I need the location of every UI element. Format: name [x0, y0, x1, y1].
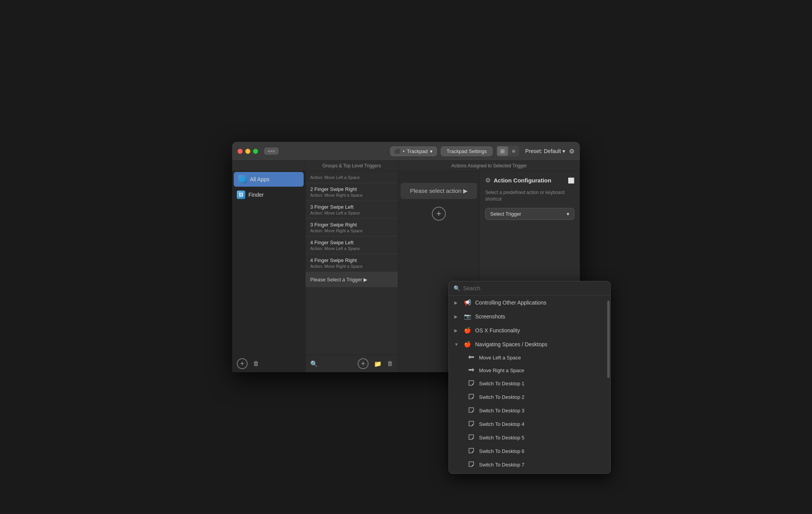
add-app-button[interactable]: + [237, 358, 248, 369]
sub-item-move-left[interactable]: Move Left a Space [449, 351, 610, 364]
column-headers: Groups & Top Level Triggers Actions Assi… [232, 161, 580, 171]
sub-item-desktop-7[interactable]: Switch To Desktop 7 [449, 458, 610, 471]
trigger-item-3-finger-right[interactable]: 3 Finger Swipe Right Action: Move Right … [306, 219, 398, 237]
all-apps-icon: 🌐 [238, 175, 247, 184]
desktop-1-label: Switch To Desktop 1 [479, 381, 525, 386]
trigger-action: Action: Move Right a Space [310, 264, 393, 269]
trigger-item-2-finger-right[interactable]: 2 Finger Swipe Right Action: Move Right … [306, 183, 398, 201]
sub-item-desktop-2[interactable]: Switch To Desktop 2 [449, 390, 610, 404]
please-select-action-label: Please select action ▶ [410, 187, 468, 194]
dropdown-search-bar: 🔍 [449, 281, 610, 296]
delete-trigger-button[interactable]: 🗑 [387, 360, 393, 367]
trigger-item-4-finger-right[interactable]: 4 Finger Swipe Right Action: Move Right … [306, 254, 398, 272]
svg-marker-0 [468, 355, 474, 359]
category-spaces-icon: 🍎 [464, 341, 471, 348]
action-config-title-row: ⚙ Action Configuration [485, 177, 551, 184]
trigger-item-3-finger-left[interactable]: 3 Finger Swipe Left Action: Move Left a … [306, 201, 398, 219]
category-controlling-label: Controlling Other Applications [475, 300, 546, 306]
sub-item-desktop-5[interactable]: Switch To Desktop 5 [449, 431, 610, 444]
search-trigger-button[interactable]: 🔍 [310, 360, 318, 368]
delete-app-button[interactable]: 🗑 [253, 360, 259, 367]
desktop-5-icon [467, 434, 475, 441]
grid-view-button[interactable]: ⊞ [497, 146, 508, 156]
minimize-button[interactable] [245, 149, 250, 154]
desktop-4-label: Switch To Desktop 4 [479, 421, 525, 427]
category-item-screenshots[interactable]: ▶ 📷 Screenshots [449, 310, 610, 323]
desktop-5-label: Switch To Desktop 5 [479, 435, 525, 441]
trigger-action: Action: Move Left a Space [310, 211, 393, 215]
close-button[interactable] [238, 149, 243, 154]
desktop-3-icon [467, 407, 475, 414]
triggers-list: Action: Move Left a Space 2 Finger Swipe… [306, 171, 398, 353]
title-bar: <<< ⬛ • Trackpad ▾ Trackpad Settings ⊞ ≡… [232, 142, 580, 161]
apps-panel: 🌐 All Apps 🖼 Finder + 🗑 [232, 171, 306, 372]
list-view-button[interactable]: ≡ [509, 146, 518, 156]
dropdown-chevron-icon: ▾ [567, 211, 569, 217]
config-gear-icon: ⚙ [485, 177, 491, 184]
add-trigger-button[interactable]: + [358, 358, 369, 369]
trigger-action-buttons: + 📁 🗑 [358, 358, 393, 369]
desktop-1-icon [467, 380, 475, 387]
sub-item-desktop-3[interactable]: Switch To Desktop 3 [449, 404, 610, 417]
traffic-lights [238, 149, 258, 154]
gear-button[interactable]: ⚙ [569, 148, 574, 155]
category-item-osx[interactable]: ▶ 🍎 OS X Functionality [449, 323, 610, 337]
search-input[interactable] [463, 285, 606, 291]
desktop-4-icon [467, 420, 475, 428]
fullscreen-button[interactable] [253, 149, 258, 154]
apps-column-header [232, 161, 306, 171]
category-item-controlling[interactable]: ▶ 📢 Controlling Other Applications [449, 296, 610, 310]
sub-item-desktop-8[interactable]: Switch To Desktop 8 [449, 471, 610, 473]
action-config-header: ⚙ Action Configuration ⬜ [485, 177, 574, 184]
dropdown-scrollbar[interactable] [607, 301, 610, 378]
category-item-spaces[interactable]: ▼ 🍎 Navigating Spaces / Desktops [449, 337, 610, 351]
desktop-7-label: Switch To Desktop 7 [479, 462, 525, 468]
desktop-2-icon [467, 393, 475, 401]
apps-bottom-bar: + 🗑 [232, 355, 306, 372]
category-osx-label: OS X Functionality [475, 327, 520, 334]
category-spaces-label: Navigating Spaces / Desktops [475, 341, 547, 347]
sub-item-desktop-4[interactable]: Switch To Desktop 4 [449, 417, 610, 431]
trigger-name: 3 Finger Swipe Right [310, 222, 393, 228]
finder-icon: 🖼 [237, 191, 245, 199]
category-arrow-expanded-icon: ▼ [454, 342, 460, 347]
trigger-action: Action: Move Right a Space [310, 193, 393, 197]
triggers-column-header: Groups & Top Level Triggers [306, 161, 398, 171]
search-icon: 🔍 [454, 285, 460, 291]
add-action-button[interactable]: + [432, 207, 446, 221]
trigger-name: 3 Finger Swipe Left [310, 204, 393, 210]
move-right-label: Move Right a Space [479, 368, 524, 373]
device-icon: ⬛ [394, 148, 401, 154]
back-button[interactable]: <<< [264, 148, 279, 155]
sub-item-desktop-6[interactable]: Switch To Desktop 6 [449, 444, 610, 458]
main-window: <<< ⬛ • Trackpad ▾ Trackpad Settings ⊞ ≡… [232, 142, 580, 372]
trigger-name: 4 Finger Swipe Right [310, 257, 393, 263]
trigger-item[interactable]: Action: Move Left a Space [306, 171, 398, 183]
sub-item-desktop-1[interactable]: Switch To Desktop 1 [449, 377, 610, 390]
trigger-item-4-finger-left[interactable]: 4 Finger Swipe Left Action: Move Left a … [306, 237, 398, 254]
please-select-trigger-item[interactable]: Please Select a Trigger ▶ [306, 272, 398, 287]
app-item-all-apps[interactable]: 🌐 All Apps [234, 172, 304, 187]
folder-trigger-button[interactable]: 📁 [374, 360, 382, 368]
trigger-action-label: Action: Move Left a Space [310, 175, 393, 180]
move-left-icon [467, 354, 475, 361]
sub-item-move-right[interactable]: Move Right a Space [449, 364, 610, 377]
expand-config-button[interactable]: ⬜ [568, 177, 574, 184]
view-buttons: ⊞ ≡ [496, 146, 519, 157]
desktop-3-label: Switch To Desktop 3 [479, 408, 525, 414]
action-dropdown-popup: 🔍 ▶ 📢 Controlling Other Applications ▶ 📷… [448, 281, 611, 474]
category-controlling-icon: 📢 [464, 299, 471, 306]
device-select[interactable]: ⬛ • Trackpad ▾ [390, 146, 437, 156]
triggers-panel: Action: Move Left a Space 2 Finger Swipe… [306, 171, 398, 372]
action-config-description: Select a predefined action or keyboard s… [485, 189, 574, 203]
category-osx-icon: 🍎 [464, 327, 471, 334]
chevron-down-icon: ▾ [430, 148, 433, 154]
category-screenshots-label: Screenshots [475, 313, 505, 320]
action-config-title: Action Configuration [494, 177, 551, 184]
preset-button[interactable]: Preset: Default ▾ [525, 148, 566, 154]
select-trigger-dropdown[interactable]: Select Trigger ▾ [485, 208, 574, 220]
please-select-action-button[interactable]: Please select action ▶ [401, 183, 477, 199]
finder-label: Finder [248, 192, 264, 198]
app-item-finder[interactable]: 🖼 Finder [232, 187, 305, 202]
trackpad-settings-button[interactable]: Trackpad Settings [441, 146, 493, 156]
